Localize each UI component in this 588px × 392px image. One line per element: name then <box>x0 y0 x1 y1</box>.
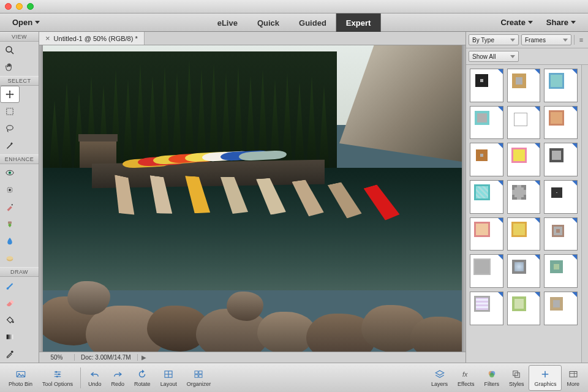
zoom-tool[interactable] <box>0 42 20 59</box>
eyedropper-tool[interactable] <box>0 345 20 363</box>
smart-brush-tool[interactable] <box>0 198 20 216</box>
svg-rect-42 <box>199 374 202 377</box>
layers-button[interactable]: Layers <box>426 365 453 391</box>
tool-options-button[interactable]: Tool Options <box>37 365 78 391</box>
category-dropdown[interactable]: Frames <box>521 34 571 45</box>
magic-wand-tool[interactable] <box>0 137 20 154</box>
graphics-button[interactable]: Graphics <box>529 365 562 391</box>
svg-rect-40 <box>199 371 202 374</box>
styles-icon <box>510 369 522 380</box>
graphics-icon <box>539 369 551 380</box>
redo-button[interactable]: Redo <box>107 365 130 391</box>
document-tab[interactable]: × Untitled-1 @ 50% (RGB/8) * <box>39 32 145 45</box>
photo-rocks <box>43 260 462 352</box>
frame-thumbnail[interactable] <box>470 69 503 102</box>
toolbox-section-draw: DRAW <box>0 267 39 277</box>
svg-rect-48 <box>515 372 520 377</box>
create-label: Create <box>500 18 525 27</box>
mode-tab-quick[interactable]: Quick <box>247 13 289 32</box>
svg-rect-47 <box>513 371 518 375</box>
paint-bucket-tool[interactable] <box>0 311 20 328</box>
frame-thumbnail[interactable] <box>544 292 578 325</box>
frame-thumbnail[interactable] <box>470 292 503 325</box>
sponge-tool[interactable] <box>0 250 20 267</box>
frame-thumbnail[interactable] <box>470 180 503 214</box>
document-info[interactable]: Doc: 3.00M/14.7M <box>75 354 138 361</box>
svg-point-13 <box>7 256 13 260</box>
filters-button[interactable]: Filters <box>479 365 504 391</box>
frame-thumbnail[interactable] <box>544 254 578 288</box>
frame-thumbnail[interactable] <box>507 143 541 176</box>
panel-menu-icon[interactable]: ≡ <box>577 36 586 43</box>
svg-rect-41 <box>195 374 198 377</box>
marquee-tool[interactable] <box>0 103 20 120</box>
share-menu[interactable]: Share <box>541 18 581 27</box>
frame-thumbnail[interactable] <box>470 254 503 288</box>
styles-button[interactable]: Styles <box>504 365 529 391</box>
separator <box>80 368 81 388</box>
layout-icon <box>162 369 175 380</box>
redo-icon <box>111 369 124 380</box>
redeye-tool[interactable] <box>0 164 20 181</box>
frame-thumbnail[interactable] <box>507 69 541 102</box>
toolbox-section-enhance: ENHANCE <box>0 154 39 164</box>
blur-tool[interactable] <box>0 233 20 250</box>
window-minimize-button[interactable] <box>16 3 23 10</box>
frame-thumbnail[interactable] <box>544 143 578 176</box>
rotate-button[interactable]: Rotate <box>129 365 156 391</box>
frame-thumbnail[interactable] <box>470 143 503 176</box>
photo-bin-button[interactable]: Photo Bin <box>4 365 37 391</box>
frame-thumbnail[interactable] <box>470 106 503 140</box>
svg-point-14 <box>12 321 14 323</box>
frame-thumbnail[interactable] <box>544 180 578 214</box>
zoom-level[interactable]: 50% <box>39 354 75 361</box>
frame-thumbnail[interactable] <box>507 292 541 325</box>
frame-thumbnail[interactable] <box>507 217 541 251</box>
toolbox-section-view: VIEW <box>0 32 39 42</box>
svg-point-34 <box>58 373 60 375</box>
clone-stamp-tool[interactable] <box>0 216 20 233</box>
frame-thumbnail[interactable] <box>544 106 578 140</box>
window-close-button[interactable] <box>5 3 12 10</box>
frames-grid <box>466 65 581 363</box>
statusbar-arrow-icon[interactable]: ▶ <box>138 354 150 361</box>
layers-icon <box>434 369 446 380</box>
spot-heal-tool[interactable] <box>0 181 20 198</box>
lasso-tool[interactable] <box>0 120 20 137</box>
frame-thumbnail[interactable] <box>507 180 541 214</box>
window-titlebar <box>0 0 588 13</box>
canvas-viewport[interactable] <box>39 45 466 352</box>
organizer-button[interactable]: Organizer <box>182 365 216 391</box>
hand-tool[interactable] <box>0 59 20 76</box>
brush-tool[interactable] <box>0 277 20 294</box>
window-zoom-button[interactable] <box>27 3 34 10</box>
bottom-taskbar: Photo BinTool Options UndoRedoRotateLayo… <box>0 363 588 392</box>
effects-icon: fx <box>460 369 472 380</box>
mode-tab-guided[interactable]: Guided <box>289 13 336 32</box>
frame-thumbnail[interactable] <box>470 217 503 251</box>
open-label: Open <box>12 18 32 27</box>
effects-button[interactable]: fxEffects <box>453 365 479 391</box>
close-icon[interactable]: × <box>45 34 50 42</box>
more-button[interactable]: More <box>562 365 584 391</box>
dropdown-caret-icon <box>571 21 576 24</box>
gradient-tool[interactable] <box>0 328 20 345</box>
sort-dropdown[interactable]: By Type <box>469 34 519 45</box>
move-tool[interactable] <box>0 86 20 103</box>
eraser-tool[interactable] <box>0 294 20 311</box>
frame-thumbnail[interactable] <box>507 106 541 140</box>
svg-point-16 <box>11 350 13 353</box>
layout-button[interactable]: Layout <box>156 365 182 391</box>
frame-thumbnail[interactable] <box>544 217 578 251</box>
filter-dropdown[interactable]: Show All <box>469 51 519 62</box>
mode-tab-elive[interactable]: eLive <box>208 13 247 32</box>
undo-button[interactable]: Undo <box>83 365 107 391</box>
create-menu[interactable]: Create <box>496 18 537 27</box>
frame-thumbnail[interactable] <box>544 69 578 102</box>
open-menu[interactable]: Open <box>7 18 45 27</box>
panel-scrollbar[interactable] <box>581 65 588 363</box>
mode-tab-expert[interactable]: Expert <box>336 13 380 32</box>
canvas[interactable] <box>43 45 462 352</box>
frame-thumbnail[interactable] <box>507 254 541 288</box>
dropdown-caret-icon <box>563 39 568 42</box>
